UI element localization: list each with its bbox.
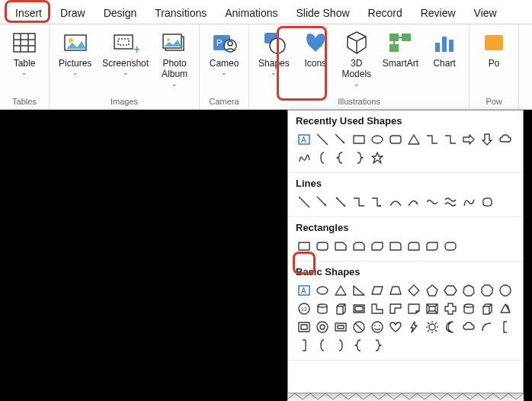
- shape-frame2[interactable]: [424, 300, 441, 317]
- shape-cylinder[interactable]: [314, 300, 331, 317]
- table-button[interactable]: Table⌄: [6, 27, 43, 78]
- shape-line-arrow[interactable]: [314, 194, 331, 210]
- shape-prism[interactable]: [497, 300, 514, 317]
- shape-pentagon[interactable]: [424, 282, 441, 299]
- shape-snip2[interactable]: [351, 238, 367, 255]
- shape-oval[interactable]: [369, 131, 386, 148]
- tab-transitions[interactable]: Transitions: [146, 4, 216, 24]
- shape-wave2[interactable]: [442, 194, 459, 210]
- shape-round-rect[interactable]: [314, 238, 331, 255]
- screenshot-button[interactable]: +Screenshot⌄: [99, 27, 152, 78]
- shape-round-rect[interactable]: [387, 131, 404, 148]
- shape-round1[interactable]: [387, 238, 404, 255]
- tab-draw[interactable]: Draw: [51, 4, 95, 24]
- tab-design[interactable]: Design: [95, 4, 146, 24]
- shape-freeform[interactable]: [460, 194, 477, 210]
- shape-textbox[interactable]: A: [296, 282, 312, 299]
- shape-cloud[interactable]: [497, 131, 514, 148]
- 3d-models-button[interactable]: 3D Models⌄: [338, 27, 375, 89]
- shape-octagon[interactable]: [479, 282, 495, 299]
- shape-line[interactable]: [314, 131, 331, 148]
- shape-donut[interactable]: [314, 319, 331, 335]
- shape-heart[interactable]: [387, 319, 404, 335]
- shape-curve-arrow[interactable]: [405, 194, 422, 210]
- shape-hexagon[interactable]: [442, 282, 459, 299]
- shape-cube[interactable]: [332, 300, 349, 317]
- shape-bevel[interactable]: [351, 300, 367, 317]
- shape-scribble[interactable]: [296, 149, 312, 166]
- shape-diamond[interactable]: [405, 282, 422, 299]
- tab-animations[interactable]: Animations: [216, 4, 287, 24]
- shapes-button[interactable]: Shapes⌄: [255, 27, 293, 78]
- shape-triangle[interactable]: [405, 131, 422, 148]
- shape-round-diag[interactable]: [424, 238, 441, 255]
- tab-review[interactable]: Review: [412, 4, 465, 24]
- tab-insert[interactable]: Insert: [6, 4, 51, 24]
- shape-star[interactable]: [369, 149, 386, 166]
- tab-slideshow[interactable]: Slide Show: [287, 4, 359, 24]
- shape-curve[interactable]: [387, 194, 404, 210]
- shape-arrow-right[interactable]: [460, 131, 477, 148]
- shape-decagon[interactable]: [497, 282, 514, 299]
- shape-can[interactable]: [460, 300, 477, 317]
- shape-cloud[interactable]: [460, 319, 477, 335]
- shape-curly-r[interactable]: [351, 149, 367, 166]
- shape-lightning[interactable]: [405, 319, 422, 335]
- photo-album-button[interactable]: Photo Album⌄: [156, 27, 193, 89]
- shape-round2[interactable]: [405, 238, 422, 255]
- shape-lshape2[interactable]: [387, 300, 404, 317]
- shape-rect[interactable]: [351, 131, 367, 148]
- shape-brace-l[interactable]: [314, 337, 331, 354]
- shape-trapezoid[interactable]: [387, 282, 404, 299]
- shape-elbow[interactable]: [442, 131, 459, 148]
- shape-frame[interactable]: [296, 319, 312, 335]
- chart-button[interactable]: Chart: [426, 27, 463, 70]
- shape-snip1[interactable]: [332, 238, 349, 255]
- shape-bracket-r[interactable]: [296, 337, 312, 354]
- shape-block[interactable]: [332, 319, 349, 335]
- shape-rect[interactable]: [296, 238, 312, 255]
- svg-rect-8: [118, 39, 129, 45]
- shape-no[interactable]: [351, 319, 367, 335]
- shape-arrow-down[interactable]: [479, 131, 495, 148]
- shape-triangle[interactable]: [332, 282, 349, 299]
- tab-record[interactable]: Record: [359, 4, 412, 24]
- shape-elbow-arrow[interactable]: [369, 194, 386, 210]
- shape-sun[interactable]: [424, 319, 441, 335]
- shape-brace-r[interactable]: [332, 337, 349, 354]
- shape-textbox[interactable]: A: [296, 131, 312, 148]
- shape-curly-l[interactable]: [332, 149, 349, 166]
- shape-lshape[interactable]: [369, 300, 386, 317]
- shape-line[interactable]: [296, 194, 312, 210]
- shape-line-arrow[interactable]: [332, 131, 349, 148]
- pictures-button[interactable]: Pictures⌄: [56, 27, 95, 78]
- shape-smiley[interactable]: [369, 319, 386, 335]
- shape-snip-diag[interactable]: [369, 238, 386, 255]
- smartart-button[interactable]: SmartArt: [380, 27, 421, 70]
- po-button[interactable]: Po: [476, 27, 512, 70]
- shape-circle12[interactable]: 12: [296, 300, 312, 317]
- shape-connector[interactable]: [424, 131, 441, 148]
- cameo-button[interactable]: PCameo⌄: [206, 27, 242, 78]
- shape-heptagon[interactable]: [460, 282, 477, 299]
- shape-curly-r[interactable]: [369, 337, 386, 354]
- icons-button[interactable]: Icons: [297, 27, 334, 70]
- shape-blob[interactable]: [479, 194, 495, 210]
- shape-arc[interactable]: [479, 319, 495, 335]
- shape-brace-l[interactable]: [314, 149, 331, 166]
- tab-view[interactable]: View: [465, 4, 506, 24]
- shape-round-all[interactable]: [442, 238, 459, 255]
- shape-curly-l[interactable]: [351, 337, 367, 354]
- shape-wave[interactable]: [424, 194, 441, 210]
- shape-moon[interactable]: [442, 319, 459, 335]
- shape-line-double[interactable]: [332, 194, 349, 210]
- shape-folded[interactable]: [405, 300, 422, 317]
- shape-elbow[interactable]: [351, 194, 367, 210]
- shape-rtriangle[interactable]: [351, 282, 367, 299]
- shape-parallelogram[interactable]: [369, 282, 386, 299]
- shape-plus[interactable]: [442, 300, 459, 317]
- shape-cube2[interactable]: [479, 300, 495, 317]
- shape-bracket-l[interactable]: [497, 319, 514, 335]
- svg-text:P: P: [216, 38, 222, 47]
- shape-oval[interactable]: [314, 282, 331, 299]
